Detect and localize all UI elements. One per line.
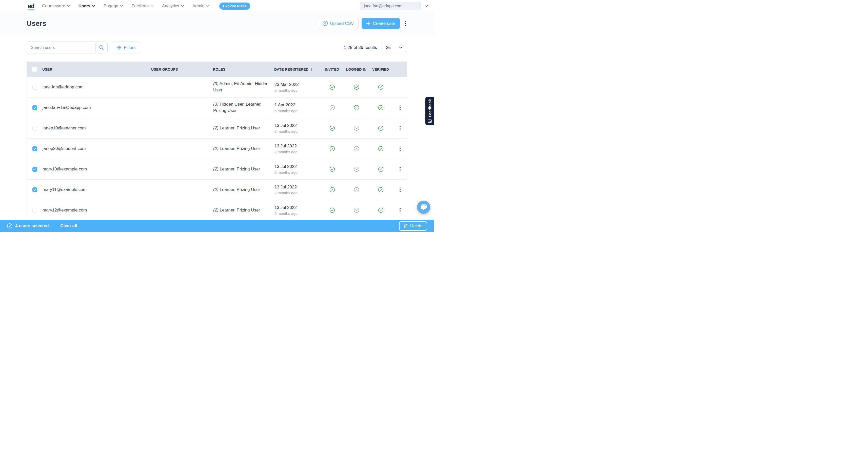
clear-all-button[interactable]: Clear all xyxy=(60,223,77,228)
row-menu-button[interactable] xyxy=(398,166,403,173)
feedback-envelope-icon xyxy=(428,120,432,123)
results-count: 1-25 of 36 results xyxy=(344,45,377,50)
nav-item-admin[interactable]: Admin xyxy=(192,4,209,9)
filters-label: Filters xyxy=(124,45,135,50)
row-checkbox[interactable] xyxy=(32,187,37,192)
user-email: janep10@teacher.com xyxy=(42,126,151,131)
page-menu-button[interactable] xyxy=(403,20,408,27)
invited-status-icon xyxy=(320,146,344,151)
table-row: jane.fan+1a@edapp.com(3) Hidden User, Le… xyxy=(27,97,407,118)
nav-item-label: Users xyxy=(79,4,90,9)
column-header-verified[interactable]: VERIFIED xyxy=(368,67,393,71)
date-registered: 13 Jul 20222 months ago xyxy=(275,144,320,154)
column-header-user-groups[interactable]: USER GROUPS xyxy=(151,67,213,71)
users-table: USER USER GROUPS ROLES DATE REGISTERED ↑… xyxy=(27,62,407,221)
select-all-checkbox[interactable] xyxy=(32,67,37,72)
edapp-logo[interactable]: ed xyxy=(28,3,34,9)
date-registered: 13 Jul 20222 months ago xyxy=(275,123,320,133)
trash-icon xyxy=(404,224,408,228)
column-header-user[interactable]: USER xyxy=(42,67,151,71)
date-registered: 1 Apr 20226 months ago xyxy=(275,102,320,113)
logged-in-status-icon xyxy=(344,208,369,213)
table-row: janep20@student.com(2) Learner, Prizing … xyxy=(27,138,407,159)
filters-icon xyxy=(117,45,121,50)
row-menu-button[interactable] xyxy=(398,207,403,214)
invited-status-icon xyxy=(320,187,344,192)
chevron-down-icon xyxy=(206,5,209,7)
chat-widget-button[interactable] xyxy=(417,200,430,214)
chevron-down-icon xyxy=(181,5,184,7)
logged-in-status-icon xyxy=(344,187,369,192)
row-menu-button[interactable] xyxy=(398,125,403,132)
top-nav: ed CoursewareUsersEngageFacilitateAnalyt… xyxy=(0,0,434,12)
upload-icon xyxy=(322,21,328,26)
logged-in-status-icon xyxy=(344,125,369,131)
account-chevron-down-icon[interactable] xyxy=(425,5,428,7)
nav-item-label: Facilitate xyxy=(132,4,149,9)
sort-column-label: DATE REGISTERED xyxy=(274,67,308,71)
chevron-down-icon xyxy=(67,5,70,7)
user-email: jane.fan+1a@edapp.com xyxy=(42,105,151,110)
verified-status-icon xyxy=(369,187,393,192)
row-checkbox[interactable] xyxy=(32,85,37,90)
column-header-invited[interactable]: INVITED xyxy=(320,67,344,71)
logged-in-status-icon xyxy=(344,166,369,172)
logged-in-status-icon xyxy=(344,146,369,151)
column-header-roles[interactable]: ROLES xyxy=(213,67,274,71)
create-user-button[interactable]: Create user xyxy=(362,18,400,29)
selected-check-icon xyxy=(7,223,12,229)
explore-plans-button[interactable]: Explore Plans xyxy=(219,3,250,10)
delete-button[interactable]: Delete xyxy=(399,221,427,231)
verified-status-icon xyxy=(369,166,393,172)
verified-status-icon xyxy=(369,105,393,111)
row-checkbox[interactable] xyxy=(32,126,37,131)
verified-status-icon xyxy=(369,125,393,131)
account-area: jane.fan@edapp.com xyxy=(360,2,428,10)
invited-status-icon xyxy=(320,84,344,90)
table-body: jane.fan@edapp.com(3) Admin, Ed Admin, H… xyxy=(27,77,407,221)
search-users-field xyxy=(27,41,107,54)
user-roles: (2) Learner, Prizing User xyxy=(213,166,275,173)
chat-icon xyxy=(420,204,427,211)
user-roles: (2) Learner, Prizing User xyxy=(213,125,275,131)
chevron-down-icon xyxy=(399,47,403,49)
upload-csv-button[interactable]: Upload CSV xyxy=(318,18,359,29)
chevron-down-icon xyxy=(151,5,153,7)
column-header-date-registered[interactable]: DATE REGISTERED ↑ xyxy=(274,67,320,72)
user-email: mary12@example.com xyxy=(42,208,151,213)
row-checkbox[interactable] xyxy=(32,208,37,213)
user-email: mary11@example.com xyxy=(42,187,151,192)
feedback-label: Feedback xyxy=(428,99,432,117)
row-checkbox[interactable] xyxy=(32,146,37,151)
row-menu-button[interactable] xyxy=(398,145,403,152)
nav-item-facilitate[interactable]: Facilitate xyxy=(132,4,153,9)
filters-button[interactable]: Filters xyxy=(112,41,140,54)
user-roles: (3) Hidden User, Learner, Prizing User xyxy=(213,101,275,114)
row-checkbox[interactable] xyxy=(32,105,37,110)
row-menu-button[interactable] xyxy=(398,186,403,193)
plus-icon xyxy=(366,21,370,26)
user-email: janep20@student.com xyxy=(42,146,151,151)
nav-item-users[interactable]: Users xyxy=(79,4,95,9)
account-email[interactable]: jane.fan@edapp.com xyxy=(360,2,421,10)
date-registered: 13 Jul 20222 months ago xyxy=(275,164,320,175)
page-size-select[interactable]: 25 xyxy=(381,42,407,53)
chevron-down-icon xyxy=(92,5,95,7)
user-roles: (2) Learner, Prizing User xyxy=(213,187,275,193)
nav-item-analytics[interactable]: Analytics xyxy=(162,4,184,9)
user-roles: (2) Learner, Prizing User xyxy=(213,146,275,152)
table-header-row: USER USER GROUPS ROLES DATE REGISTERED ↑… xyxy=(27,62,407,77)
main-nav: CoursewareUsersEngageFacilitateAnalytics… xyxy=(42,4,209,9)
table-row: mary11@example.com(2) Learner, Prizing U… xyxy=(27,180,407,200)
nav-item-courseware[interactable]: Courseware xyxy=(42,4,70,9)
feedback-tab[interactable]: Feedback xyxy=(425,97,434,125)
row-checkbox[interactable] xyxy=(32,167,37,172)
nav-item-label: Analytics xyxy=(162,4,179,9)
verified-status-icon xyxy=(369,84,393,90)
nav-item-engage[interactable]: Engage xyxy=(103,4,123,9)
column-header-logged-in[interactable]: LOGGED IN xyxy=(344,67,368,71)
create-user-label: Create user xyxy=(373,21,395,26)
search-button[interactable] xyxy=(95,41,107,54)
nav-item-label: Engage xyxy=(103,4,119,9)
row-menu-button[interactable] xyxy=(398,104,403,111)
